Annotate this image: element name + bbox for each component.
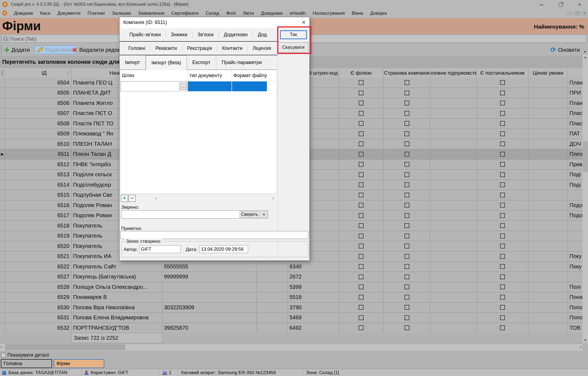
show-details-toggle[interactable]: Показувати деталі [1,352,49,358]
menu-item[interactable]: eHealth [286,11,309,16]
menu-item[interactable]: Склад [202,11,223,16]
is-branch-checkbox[interactable] [359,274,364,279]
insurance-checkbox[interactable] [404,244,409,248]
is-branch-checkbox[interactable] [359,305,364,310]
is-branch-checkbox[interactable] [359,131,364,136]
verify-button[interactable]: Сверить [240,211,260,218]
insurance-checkbox[interactable] [404,325,409,330]
insurance-checkbox[interactable] [404,295,409,300]
column-header-cut[interactable] [568,68,583,78]
insurance-checkbox[interactable] [404,274,409,279]
window-minimize-button[interactable] [535,1,547,8]
insurance-checkbox[interactable] [404,284,409,289]
table-row[interactable]: 6530Попова Віра Николаївна30322039093790… [0,302,583,313]
doctype-selected-cell[interactable] [188,81,231,91]
menu-item[interactable]: Налаштування [309,11,348,16]
menu-item[interactable]: Сертифікати [168,11,202,16]
is-supplier-checkbox[interactable] [500,101,505,105]
is-branch-checkbox[interactable] [359,284,364,289]
is-branch-checkbox[interactable] [359,325,364,330]
is-branch-checkbox[interactable] [359,213,364,218]
insurance-checkbox[interactable] [404,172,409,177]
edit-button[interactable]: Редагувати [35,46,76,54]
menu-item[interactable]: Платежі [84,11,108,16]
dialog-tab[interactable]: Контакти [217,46,248,51]
import-col-format[interactable]: Формат файлу [232,70,267,81]
menu-item[interactable]: Філії [223,11,239,16]
is-supplier-checkbox[interactable] [500,182,505,187]
pager-prev-icon[interactable]: ‹ [155,195,157,202]
insurance-checkbox[interactable] [404,315,409,320]
toolbar-drag-handle[interactable] [1,46,2,54]
is-branch-checkbox[interactable] [359,90,364,95]
insurance-checkbox[interactable] [404,223,409,228]
dialog-close-button[interactable]: × [302,19,306,26]
date-input[interactable] [199,245,248,253]
is-supplier-checkbox[interactable] [500,203,505,208]
is-supplier-checkbox[interactable] [500,213,505,218]
pager-next-icon[interactable]: › [272,195,274,202]
dialog-tab[interactable]: Зв'язок [193,32,219,38]
is-supplier-checkbox[interactable] [500,305,505,310]
dialog-tab[interactable]: Головні [123,46,150,51]
is-branch-checkbox[interactable] [359,295,364,300]
menu-item[interactable]: Довідник [10,11,36,16]
table-row[interactable]: 6527Покупець (Баггаутівська)999999992672 [0,272,583,282]
menu-item[interactable]: Звіти [239,11,257,16]
insurance-checkbox[interactable] [404,131,409,136]
insurance-checkbox[interactable] [404,203,409,208]
menu-item[interactable]: Залишки [108,11,135,16]
is-supplier-checkbox[interactable] [500,152,505,157]
is-branch-checkbox[interactable] [359,80,364,85]
insurance-checkbox[interactable] [404,121,409,126]
is-branch-checkbox[interactable] [359,223,364,228]
import-col-doctype[interactable]: тип документу [188,70,232,81]
table-row[interactable]: 6529Понамарев В5518Пона [0,292,583,303]
add-row-button[interactable]: + [121,195,128,202]
is-branch-checkbox[interactable] [359,121,364,126]
insurance-checkbox[interactable] [404,162,409,167]
is-supplier-checkbox[interactable] [500,264,505,269]
insurance-checkbox[interactable] [404,90,409,95]
insurance-checkbox[interactable] [404,141,409,146]
menu-item[interactable]: Довідка [367,11,390,16]
vertical-scrollbar[interactable]: ▲ ▼ [583,54,588,343]
is-supplier-checkbox[interactable] [500,131,505,136]
import-col-path[interactable]: Шлях [120,70,188,81]
is-supplier-checkbox[interactable] [500,162,505,167]
menu-item[interactable]: Вікна [348,11,367,16]
is-branch-checkbox[interactable] [359,172,364,177]
is-supplier-checkbox[interactable] [500,223,505,228]
table-row[interactable]: 6532ПОРТТРАНСБУД"ТОВ398258706492ТОВ [0,323,583,333]
dialog-tab[interactable]: Прайс-зв'язки [124,32,166,38]
author-input[interactable] [139,245,181,253]
is-branch-checkbox[interactable] [359,182,364,187]
is-supplier-checkbox[interactable] [500,90,505,95]
is-supplier-checkbox[interactable] [500,284,505,289]
insurance-checkbox[interactable] [404,213,409,218]
insurance-checkbox[interactable] [404,111,409,116]
column-header-id[interactable]: ІД △ [5,68,71,78]
note-input[interactable] [120,231,308,239]
is-branch-checkbox[interactable] [359,254,364,259]
column-header-is-branch[interactable]: Є філією [339,68,383,78]
scroll-right-arrow[interactable]: › [580,344,581,350]
is-branch-checkbox[interactable] [359,264,364,269]
is-supplier-checkbox[interactable] [500,274,505,279]
column-header-insurance[interactable]: Страхова компанія [383,68,430,78]
is-branch-checkbox[interactable] [359,111,364,116]
insurance-checkbox[interactable] [404,101,409,105]
insurance-checkbox[interactable] [404,193,409,198]
insurance-checkbox[interactable] [404,182,409,187]
is-supplier-checkbox[interactable] [500,295,505,300]
mdi-restore-button[interactable]: ❐ [574,11,581,16]
refresh-dropdown-arrow[interactable]: ▾ [584,50,586,54]
is-supplier-checkbox[interactable] [500,111,505,116]
insurance-checkbox[interactable] [404,305,409,310]
refresh-button[interactable]: ⟳ Оновити [550,46,580,54]
is-supplier-checkbox[interactable] [500,254,505,259]
menu-item[interactable]: Каса [36,11,54,16]
tab-firms[interactable]: Фірми [54,359,104,368]
dialog-tab[interactable]: Ліцензія [248,46,276,51]
is-branch-checkbox[interactable] [359,234,364,238]
